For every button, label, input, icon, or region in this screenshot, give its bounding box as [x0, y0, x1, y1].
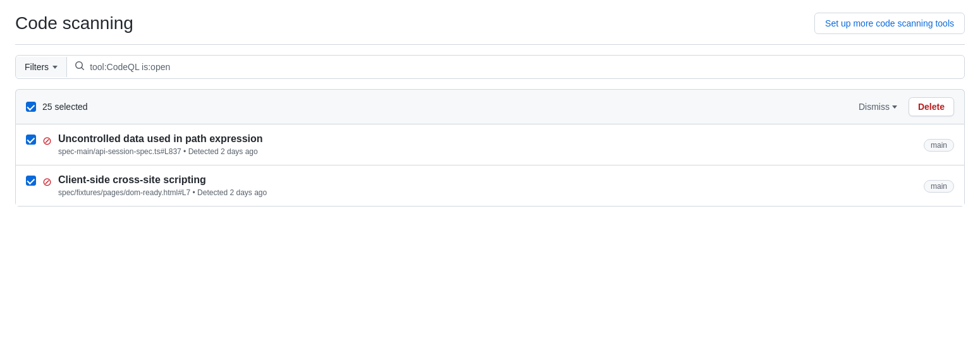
- alert-content-1: Uncontrolled data used in path expressio…: [58, 133, 263, 156]
- page-title: Code scanning: [15, 13, 133, 33]
- branch-badge-2: main: [924, 180, 954, 193]
- filters-dropdown-button[interactable]: Filters: [16, 57, 67, 77]
- alert-left: ⊘ Client-side cross-site scripting spec/…: [26, 174, 267, 197]
- page-header: Code scanning Set up more code scanning …: [15, 13, 965, 45]
- alert-title-2: Client-side cross-site scripting: [58, 174, 267, 186]
- alert-checkbox-2[interactable]: [26, 176, 36, 186]
- alert-row: ⊘ Uncontrolled data used in path express…: [16, 124, 964, 165]
- chevron-down-icon: [52, 66, 58, 69]
- alert-checkbox-1[interactable]: [26, 135, 36, 145]
- dismiss-button[interactable]: Dismiss: [852, 99, 903, 115]
- alert-right-2: main: [924, 181, 954, 191]
- alert-content-2: Client-side cross-site scripting spec/fi…: [58, 174, 267, 197]
- selected-count: 25 selected: [42, 102, 88, 112]
- search-area: tool:CodeQL is:open: [67, 56, 964, 78]
- alert-left: ⊘ Uncontrolled data used in path express…: [26, 133, 263, 156]
- chevron-down-icon: [892, 105, 897, 109]
- search-icon: [75, 61, 85, 73]
- branch-badge-1: main: [924, 139, 954, 152]
- alert-title-1: Uncontrolled data used in path expressio…: [58, 133, 263, 145]
- selection-actions: Dismiss Delete: [852, 97, 954, 116]
- alert-row: ⊘ Client-side cross-site scripting spec/…: [16, 165, 964, 206]
- delete-button[interactable]: Delete: [909, 97, 954, 116]
- alert-meta-2: spec/fixtures/pages/dom-ready.html#L7 • …: [58, 188, 267, 197]
- no-entry-icon: ⊘: [42, 134, 52, 148]
- alert-right-1: main: [924, 140, 954, 150]
- select-all-checkbox[interactable]: [26, 102, 36, 112]
- setup-tools-button[interactable]: Set up more code scanning tools: [814, 13, 965, 34]
- selection-left: 25 selected: [26, 102, 88, 112]
- alerts-list: ⊘ Uncontrolled data used in path express…: [15, 124, 965, 207]
- search-input[interactable]: tool:CodeQL is:open: [90, 62, 957, 72]
- filters-label: Filters: [25, 62, 49, 72]
- dismiss-label: Dismiss: [859, 102, 890, 112]
- selection-bar: 25 selected Dismiss Delete: [15, 89, 965, 124]
- no-entry-icon: ⊘: [42, 175, 52, 189]
- filter-bar: Filters tool:CodeQL is:open: [15, 55, 965, 79]
- alert-meta-1: spec-main/api-session-spec.ts#L837 • Det…: [58, 147, 263, 156]
